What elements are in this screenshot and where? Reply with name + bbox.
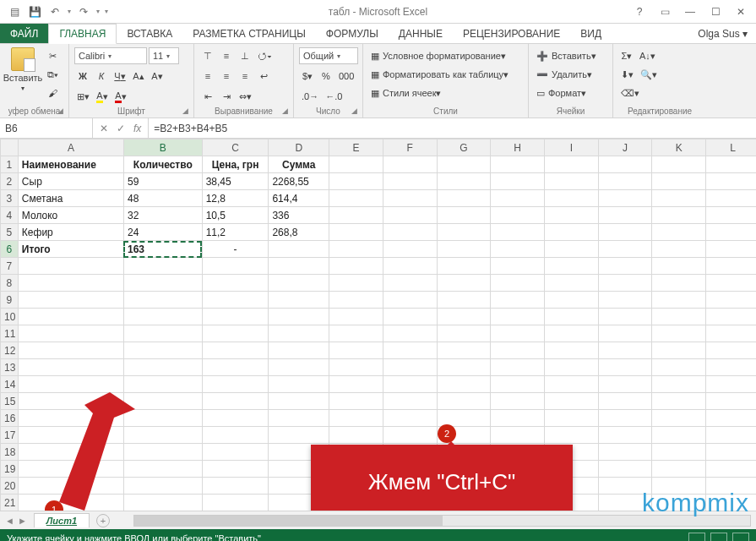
cell[interactable] — [202, 410, 269, 427]
formula-input[interactable]: =B2+B3+B4+B5 — [149, 118, 756, 138]
cell[interactable] — [329, 342, 383, 359]
font-name-combo[interactable]: Calibri▾ — [74, 47, 147, 64]
cell[interactable] — [123, 410, 202, 427]
paste-button[interactable]: Вставить ▾ — [5, 47, 41, 92]
font-color-button[interactable]: A▾ — [112, 88, 129, 105]
cell[interactable]: 11,2 — [202, 224, 269, 241]
cell[interactable] — [598, 173, 652, 190]
cell[interactable] — [491, 342, 545, 359]
column-header[interactable]: I — [545, 139, 599, 156]
cell[interactable]: 268,8 — [269, 224, 329, 241]
row-header[interactable]: 18 — [1, 444, 19, 461]
cell[interactable] — [383, 241, 437, 258]
cell[interactable] — [706, 444, 756, 461]
cell[interactable] — [269, 241, 329, 258]
cell[interactable] — [652, 241, 706, 258]
percent-format-button[interactable]: % — [318, 68, 334, 85]
cell[interactable] — [269, 292, 329, 309]
sheet-nav-prev-icon[interactable]: ◄ — [5, 516, 14, 526]
row-header[interactable]: 9 — [1, 292, 19, 309]
row-header[interactable]: 7 — [1, 258, 19, 275]
account-name[interactable]: Olga Sus ▾ — [689, 24, 756, 43]
find-select-button[interactable]: 🔍▾ — [638, 66, 660, 83]
cell[interactable] — [598, 410, 652, 427]
cell[interactable] — [598, 292, 652, 309]
cell[interactable] — [652, 190, 706, 207]
align-right-button[interactable]: ≡ — [237, 68, 253, 85]
tab-home[interactable]: ГЛАВНАЯ — [48, 24, 117, 44]
cell[interactable] — [545, 427, 599, 444]
cell[interactable] — [545, 224, 599, 241]
enter-formula-icon[interactable]: ✓ — [117, 123, 125, 134]
delete-cells-button[interactable]: ➖ Удалить▾ — [534, 66, 607, 83]
page-layout-view-icon[interactable] — [710, 533, 727, 541]
increase-indent-button[interactable]: ⇥ — [218, 88, 235, 105]
conditional-formatting-button[interactable]: ▦ Условное форматирование▾ — [368, 47, 523, 64]
bold-button[interactable]: Ж — [74, 68, 91, 85]
cell[interactable] — [18, 309, 123, 325]
dialog-launcher-icon[interactable]: ◢ — [182, 107, 188, 115]
cell[interactable] — [706, 258, 756, 275]
cell[interactable] — [491, 275, 545, 292]
close-icon[interactable]: ✕ — [729, 3, 753, 20]
cell[interactable] — [491, 173, 545, 190]
cell[interactable] — [18, 359, 123, 376]
cell[interactable] — [437, 275, 491, 292]
wrap-text-button[interactable]: ↩ — [255, 68, 272, 85]
cell[interactable] — [202, 292, 269, 309]
cell[interactable] — [383, 190, 437, 207]
cell[interactable]: 32 — [123, 207, 202, 224]
cancel-formula-icon[interactable]: ✕ — [100, 123, 108, 134]
cell[interactable] — [329, 292, 383, 309]
cell[interactable]: 38,45 — [202, 173, 269, 190]
align-top-button[interactable]: ⊤ — [199, 47, 216, 64]
qat-customize-icon[interactable]: ▾ — [105, 8, 108, 15]
cell[interactable] — [383, 410, 437, 427]
cell[interactable] — [545, 342, 599, 359]
cell[interactable] — [598, 376, 652, 393]
cell[interactable] — [383, 427, 437, 444]
cell-selected[interactable]: 163 — [123, 241, 202, 258]
cell[interactable] — [383, 275, 437, 292]
column-header[interactable]: L — [706, 139, 756, 156]
cell[interactable]: Сметана — [18, 190, 123, 207]
font-size-combo[interactable]: 11▾ — [149, 47, 179, 64]
cell[interactable] — [383, 393, 437, 410]
format-cells-button[interactable]: ▭ Формат▾ — [534, 85, 607, 101]
cell[interactable] — [123, 359, 202, 376]
row-header[interactable]: 21 — [1, 495, 19, 511]
cell[interactable] — [123, 309, 202, 325]
cell[interactable] — [545, 393, 599, 410]
sheet-tab[interactable]: Лист1 — [34, 513, 90, 527]
cell[interactable] — [437, 342, 491, 359]
clear-button[interactable]: ⌫▾ — [618, 85, 642, 101]
accounting-format-button[interactable]: $▾ — [299, 68, 316, 85]
tab-insert[interactable]: ВСТАВКА — [117, 24, 182, 43]
cell[interactable] — [269, 258, 329, 275]
autosum-button[interactable]: Σ▾ — [618, 47, 635, 64]
cell[interactable] — [652, 156, 706, 173]
column-header[interactable]: F — [383, 139, 437, 156]
format-painter-button[interactable]: 🖌 — [44, 85, 61, 101]
insert-cells-button[interactable]: ➕ Вставить▾ — [534, 47, 607, 64]
tab-file[interactable]: ФАЙЛ — [0, 24, 48, 43]
cell[interactable] — [329, 427, 383, 444]
help-icon[interactable]: ? — [628, 3, 651, 20]
cell[interactable]: 336 — [269, 207, 329, 224]
cell[interactable] — [491, 241, 545, 258]
row-header[interactable]: 16 — [1, 410, 19, 427]
cell[interactable] — [329, 207, 383, 224]
cell[interactable]: 48 — [123, 190, 202, 207]
save-icon[interactable]: 💾 — [27, 4, 42, 19]
cell[interactable] — [329, 359, 383, 376]
cell[interactable] — [706, 241, 756, 258]
cell[interactable] — [545, 359, 599, 376]
cell[interactable]: 10,5 — [202, 207, 269, 224]
cell[interactable] — [545, 173, 599, 190]
tab-data[interactable]: ДАННЫЕ — [389, 24, 453, 43]
cell[interactable] — [269, 359, 329, 376]
cell[interactable] — [706, 190, 756, 207]
row-header[interactable]: 12 — [1, 342, 19, 359]
cell[interactable] — [491, 224, 545, 241]
cell[interactable] — [598, 393, 652, 410]
